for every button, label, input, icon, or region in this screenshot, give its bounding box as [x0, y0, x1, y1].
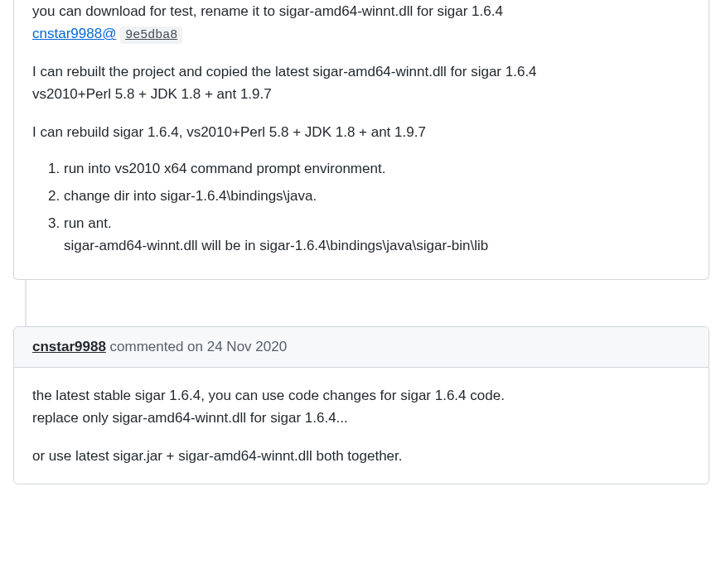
- steps-list: run into vs2010 x64 command prompt envir…: [32, 158, 690, 257]
- commit-hash-text: 9e5dba8: [125, 28, 177, 42]
- step-text: run into vs2010 x64 command prompt envir…: [64, 161, 385, 176]
- comment-body-1: you can download for test, rename it to …: [14, 0, 709, 279]
- list-item: change dir into sigar-1.6.4\bindings\jav…: [64, 186, 690, 207]
- comment-paragraph: I can rebuild sigar 1.6.4, vs2010+Perl 5…: [32, 121, 690, 143]
- user-mention-link[interactable]: cnstar9988@: [32, 26, 116, 41]
- timeline-connector: [25, 280, 716, 326]
- mention-name: cnstar9988: [32, 26, 102, 41]
- comment-body-2: the latest stable sigar 1.6.4, you can u…: [14, 368, 709, 484]
- comment-text: vs2010+Perl 5.8 + JDK 1.8 + ant 1.9.7: [32, 86, 272, 102]
- comment-block-1: you can download for test, rename it to …: [13, 0, 709, 280]
- comment-block-2: cnstar9988 commented on 24 Nov 2020 the …: [13, 326, 709, 484]
- author-name: cnstar9988: [32, 339, 106, 354]
- step-text: run ant.: [64, 215, 112, 231]
- step-text: change dir into sigar-1.6.4\bindings\jav…: [64, 188, 317, 204]
- step-subtext: sigar-amd64-winnt.dll will be in sigar-1…: [64, 235, 690, 257]
- comment-paragraph: or use latest sigar.jar + sigar-amd64-wi…: [32, 445, 690, 467]
- comment-header: cnstar9988 commented on 24 Nov 2020: [14, 327, 709, 368]
- comment-text: you can download for test, rename it to …: [32, 3, 503, 19]
- comment-text: I can rebuilt the project and copied the…: [32, 64, 537, 80]
- comment-paragraph: I can rebuilt the project and copied the…: [32, 60, 690, 105]
- mention-at: @: [102, 26, 116, 41]
- commit-hash-link[interactable]: 9e5dba8: [120, 27, 182, 44]
- comment-paragraph: you can download for test, rename it to …: [32, 0, 690, 46]
- list-item: run ant. sigar-amd64-winnt.dll will be i…: [64, 213, 690, 257]
- list-item: run into vs2010 x64 command prompt envir…: [64, 158, 690, 180]
- comment-text: the latest stable sigar 1.6.4, you can u…: [32, 388, 505, 403]
- comment-text: I can rebuild sigar 1.6.4, vs2010+Perl 5…: [32, 124, 426, 140]
- comment-paragraph: the latest stable sigar 1.6.4, you can u…: [32, 384, 690, 429]
- comment-text: replace only sigar-amd64-winnt.dll for s…: [32, 410, 348, 426]
- comment-action-date: commented on 24 Nov 2020: [106, 339, 287, 354]
- comment-text: or use latest sigar.jar + sigar-amd64-wi…: [32, 448, 403, 464]
- comment-author-link[interactable]: cnstar9988: [32, 339, 106, 354]
